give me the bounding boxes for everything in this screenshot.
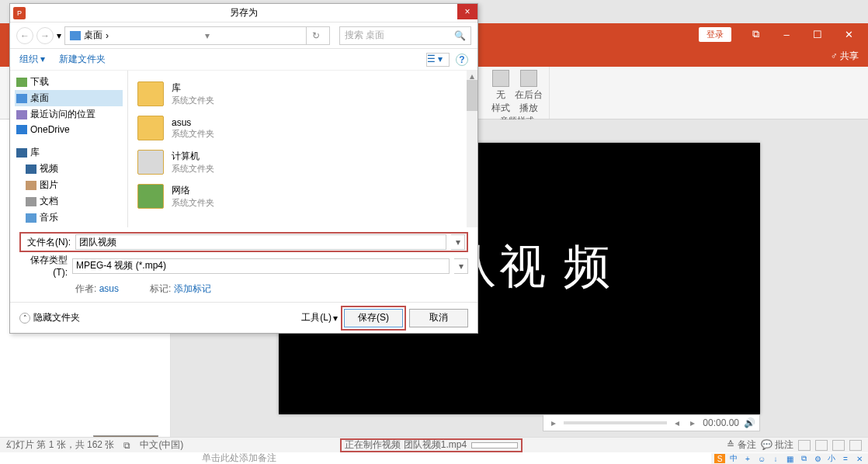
back-button[interactable]: ← xyxy=(16,27,33,44)
hide-folders-toggle[interactable]: ˄隐藏文件夹 xyxy=(19,311,80,324)
nav-tree[interactable]: 下载 桌面 最近访问的位置 OneDrive 库 视频 图片 文档 音乐 xyxy=(10,71,128,227)
history-dropdown[interactable]: ▾ xyxy=(57,30,61,41)
computer-icon xyxy=(137,150,164,175)
next-icon[interactable]: ▸ xyxy=(687,417,698,428)
normal-view-icon[interactable] xyxy=(798,440,811,451)
refresh-button[interactable]: ↻ xyxy=(306,26,325,45)
ime-close[interactable]: ✕ xyxy=(854,454,865,463)
file-item[interactable]: 库系统文件夹 xyxy=(137,77,468,111)
filename-dropdown[interactable]: ▾ xyxy=(451,234,465,250)
cancel-button[interactable]: 取消 xyxy=(409,309,468,327)
new-folder-button[interactable]: 新建文件夹 xyxy=(59,53,106,66)
ribbon-group-audio-style: 无 样式 在后台 播放 音频样式 xyxy=(485,67,550,119)
tree-documents[interactable]: 文档 xyxy=(15,193,123,209)
dialog-fields: 文件名(N): 团队视频 ▾ 保存类型(T): MPEG-4 视频 (*.mp4… xyxy=(10,227,477,302)
ime-toolbar[interactable]: S 中 + ☺ ↓ ▦ ⧉ ⚙ 小 = ✕ xyxy=(711,453,868,464)
tree-music[interactable]: 音乐 xyxy=(15,209,123,226)
no-style-icon xyxy=(492,70,509,87)
author-label: 作者: xyxy=(75,283,96,294)
filetype-label: 保存类型(T): xyxy=(19,254,68,278)
dialog-nav: ← → ▾ 桌面 › ▾ ↻ 搜索 桌面 🔍 xyxy=(10,23,477,49)
seek-bar[interactable] xyxy=(564,421,667,424)
minimize-button[interactable]: – xyxy=(773,26,800,43)
tree-videos[interactable]: 视频 xyxy=(15,161,123,177)
save-as-dialog: P 另存为 × ← → ▾ 桌面 › ▾ ↻ 搜索 桌面 🔍 组织 ▾ 新建文件… xyxy=(9,3,478,334)
author-value[interactable]: asus xyxy=(99,283,119,294)
progress-bar xyxy=(471,442,518,448)
slide-counter: 幻灯片 第 1 张，共 162 张 xyxy=(6,438,114,452)
file-item[interactable]: asus系统文件夹 xyxy=(137,111,468,145)
breadcrumb-segment[interactable]: 桌面 xyxy=(84,29,102,42)
no-style-button[interactable]: 无 样式 xyxy=(491,70,510,115)
search-icon[interactable]: 🔍 xyxy=(454,30,466,41)
ime-emoji[interactable]: ☺ xyxy=(756,454,767,463)
scrollbar[interactable]: ▴ xyxy=(467,71,477,227)
tags-value[interactable]: 添加标记 xyxy=(174,283,211,294)
slideshow-view-icon[interactable] xyxy=(849,440,862,451)
ime-min[interactable]: = xyxy=(840,454,851,463)
spellcheck-icon[interactable]: ⧉ xyxy=(123,440,130,451)
ime-keyboard[interactable]: ▦ xyxy=(784,454,795,463)
app-icon: P xyxy=(13,7,26,19)
tree-pictures[interactable]: 图片 xyxy=(15,177,123,193)
sorter-view-icon[interactable] xyxy=(815,440,828,451)
ime-mic[interactable]: ↓ xyxy=(770,454,781,463)
tools-menu[interactable]: 工具(L) ▾ xyxy=(301,311,338,324)
chevron-down-icon: ▾ xyxy=(333,313,338,324)
address-dropdown[interactable]: ▾ xyxy=(205,30,210,41)
file-item[interactable]: 网络系统文件夹 xyxy=(137,179,468,213)
file-item[interactable]: 计算机系统文件夹 xyxy=(137,145,468,179)
ime-size[interactable]: 小 xyxy=(826,454,837,463)
save-button[interactable]: 保存(S) xyxy=(344,309,403,327)
ime-icon[interactable]: S xyxy=(714,454,725,463)
tree-onedrive[interactable]: OneDrive xyxy=(15,123,123,137)
play-in-bg-button[interactable]: 在后台 播放 xyxy=(515,70,543,115)
desktop-icon xyxy=(70,31,81,40)
dialog-title: 另存为 xyxy=(230,6,258,19)
dialog-toolbar: 组织 ▾ 新建文件夹 ☰ ▾ ? xyxy=(10,49,477,71)
maximize-button[interactable]: ☐ xyxy=(804,26,831,43)
notes-toggle[interactable]: ≙ 备注 xyxy=(727,438,755,452)
ime-punct[interactable]: + xyxy=(742,454,753,463)
reading-view-icon[interactable] xyxy=(832,440,845,451)
tree-downloads[interactable]: 下载 xyxy=(15,74,123,90)
ime-pad[interactable]: ⧉ xyxy=(798,454,809,463)
prev-icon[interactable]: ◂ xyxy=(672,417,682,428)
chevron-up-icon: ˄ xyxy=(19,313,30,324)
chevron-right-icon[interactable]: › xyxy=(106,30,109,41)
volume-icon[interactable]: 🔊 xyxy=(744,417,755,428)
address-bar[interactable]: 桌面 › ▾ ↻ xyxy=(64,26,330,45)
tab-view-icon[interactable]: ⧉ xyxy=(742,26,769,43)
dialog-footer: ˄隐藏文件夹 工具(L) ▾ 保存(S) 取消 xyxy=(10,302,477,333)
share-button[interactable]: ♂ 共享 xyxy=(831,50,859,63)
comments-toggle[interactable]: 💬 批注 xyxy=(761,438,793,452)
close-button[interactable]: ✕ xyxy=(835,26,862,43)
filetype-dropdown[interactable]: ▾ xyxy=(454,258,468,274)
media-control-bar[interactable]: ▸ ◂ ▸ 00:00.00 🔊 xyxy=(543,414,760,431)
ime-settings[interactable]: ⚙ xyxy=(812,454,823,463)
play-bg-icon xyxy=(520,70,537,87)
language-indicator[interactable]: 中文(中国) xyxy=(140,438,183,452)
tree-libraries[interactable]: 库 xyxy=(15,144,123,161)
organize-menu[interactable]: 组织 ▾ xyxy=(19,53,45,66)
filename-label: 文件名(N): xyxy=(23,236,71,249)
help-icon[interactable]: ? xyxy=(456,54,468,66)
tree-desktop[interactable]: 桌面 xyxy=(15,90,123,106)
tree-recent[interactable]: 最近访问的位置 xyxy=(15,106,123,123)
file-list[interactable]: 库系统文件夹 asus系统文件夹 计算机系统文件夹 网络系统文件夹 ▴ xyxy=(128,71,477,227)
view-mode-button[interactable]: ☰ ▾ xyxy=(426,53,450,67)
video-export-progress: 正在制作视频 团队视频1.mp4 xyxy=(340,438,523,452)
ime-lang[interactable]: 中 xyxy=(728,454,739,463)
filetype-select[interactable]: MPEG-4 视频 (*.mp4) xyxy=(72,258,450,274)
dialog-close-button[interactable]: × xyxy=(457,4,477,19)
search-input[interactable]: 搜索 桌面 🔍 xyxy=(339,26,471,45)
play-icon[interactable]: ▸ xyxy=(548,417,559,428)
time-display: 00:00.00 xyxy=(703,417,739,428)
filename-row: 文件名(N): 团队视频 ▾ xyxy=(19,232,468,252)
login-button[interactable]: 登录 xyxy=(699,27,731,42)
tags-label: 标记: xyxy=(150,283,171,294)
network-icon xyxy=(137,184,164,209)
share-label: 共享 xyxy=(840,50,859,61)
forward-button[interactable]: → xyxy=(36,27,54,44)
filename-input[interactable]: 团队视频 xyxy=(75,234,446,250)
